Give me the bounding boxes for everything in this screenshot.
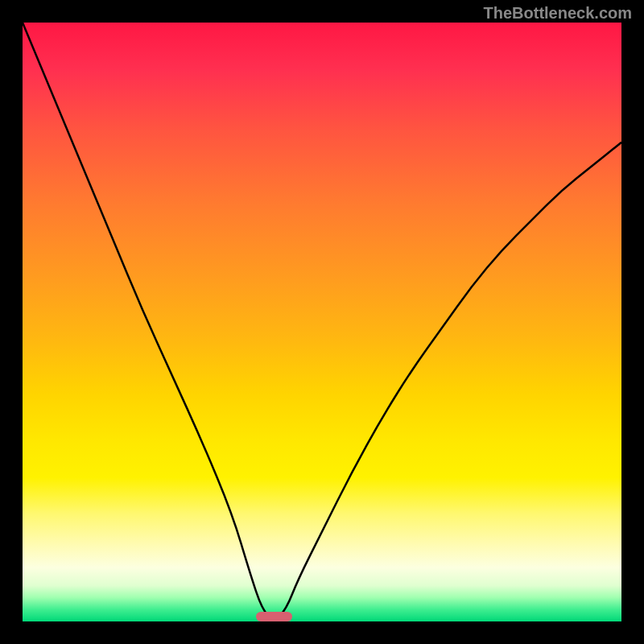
watermark-text: TheBottleneck.com (484, 4, 632, 23)
chart-container (23, 23, 621, 621)
optimal-marker (256, 612, 292, 621)
bottleneck-curve (23, 23, 621, 621)
